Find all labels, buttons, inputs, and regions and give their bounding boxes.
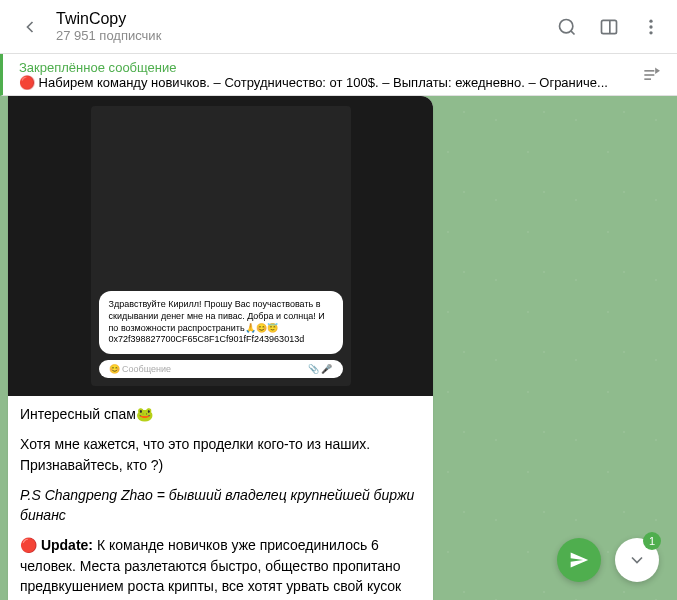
pinned-list-icon[interactable] <box>641 65 661 85</box>
svg-point-3 <box>649 19 652 22</box>
chat-area: Здравствуйте Кирилл! Прошу Вас поучаство… <box>0 96 677 600</box>
subscriber-count: 27 951 подписчик <box>56 28 553 43</box>
inner-screenshot: Здравствуйте Кирилл! Прошу Вас поучаство… <box>91 106 351 386</box>
pinned-title: Закреплённое сообщение <box>19 60 633 75</box>
channel-name: TwinCopy <box>56 10 553 28</box>
channel-info[interactable]: TwinCopy 27 951 подписчик <box>56 10 553 43</box>
pinned-text: 🔴 Набирем команду новичков. – Сотрудниче… <box>19 75 633 90</box>
svg-point-4 <box>649 25 652 28</box>
sidebar-icon[interactable] <box>595 13 623 41</box>
message-media[interactable]: Здравствуйте Кирилл! Прошу Вас поучаство… <box>8 96 433 396</box>
scroll-down-button[interactable]: 1 <box>615 538 659 582</box>
search-icon[interactable] <box>553 13 581 41</box>
unread-badge: 1 <box>643 532 661 550</box>
svg-point-0 <box>560 19 573 32</box>
send-button[interactable] <box>557 538 601 582</box>
pinned-message[interactable]: Закреплённое сообщение 🔴 Набирем команду… <box>0 54 677 96</box>
channel-header: TwinCopy 27 951 подписчик <box>0 0 677 54</box>
svg-point-5 <box>649 31 652 34</box>
inner-input: 😊 Сообщение 📎 🎤 <box>99 360 343 378</box>
more-icon[interactable] <box>637 13 665 41</box>
back-button[interactable] <box>12 9 48 45</box>
inner-bubble-text: Здравствуйте Кирилл! Прошу Вас поучаство… <box>99 291 343 354</box>
